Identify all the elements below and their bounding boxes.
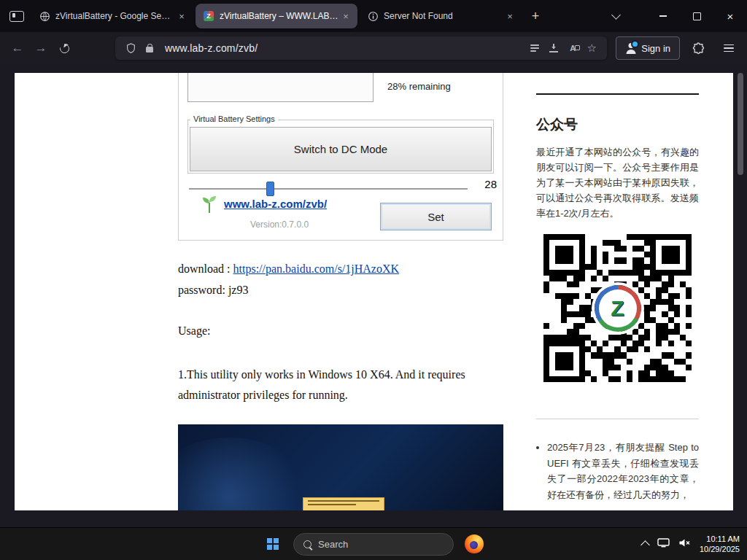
password-line: password: jz93 (178, 284, 248, 297)
tray-overflow-chevron-icon[interactable] (640, 540, 650, 550)
screenshot-slider-track (189, 188, 468, 190)
sidebar-news-list: 2025年7月23，有朋友提醒 Step to UEFI 有文章丢失，仔细检查发… (536, 440, 699, 502)
app-screenshot: 28% remaining Virtual Battery Settings S… (178, 73, 503, 241)
screenshot-site-link: www.lab-z.com/zvb/ (224, 198, 327, 210)
search-icon (303, 540, 311, 548)
tab-close-button[interactable]: × (503, 9, 517, 23)
shield-icon[interactable] (121, 39, 140, 58)
download-link[interactable]: https://pan.baidu.com/s/1jHAzoXK (233, 262, 400, 275)
tab-close-button[interactable]: × (338, 9, 353, 23)
minimize-button[interactable] (646, 0, 680, 32)
screenshot-slider-value: 28 (465, 178, 497, 190)
taskbar-search[interactable]: Search (293, 533, 454, 556)
maximize-button[interactable] (680, 0, 713, 32)
firefox-view-button[interactable] (4, 4, 29, 28)
star-icon: ☆ (587, 42, 597, 55)
scrollbar-thumb[interactable] (738, 73, 743, 175)
url-bar[interactable]: www.lab-z.com/zvb/ A ☆ (115, 36, 607, 60)
hamburger-icon (724, 44, 734, 52)
screenshot-set-button: Set (380, 203, 492, 230)
image-glow (178, 438, 309, 510)
refresh-icon (58, 42, 71, 55)
browser-window: zVirtualBattery - Google Search × Z zVir… (0, 0, 747, 560)
translate-icon: A (570, 44, 576, 52)
tab-strip: zVirtualBattery - Google Search × Z zVir… (0, 0, 747, 32)
close-icon: × (727, 11, 734, 22)
screenshot-switch-dc-button: Switch to DC Mode (190, 127, 492, 171)
usage-screenshot-image (178, 424, 503, 510)
account-icon (625, 43, 636, 54)
tab-server-not-found[interactable]: Server Not Found × (360, 4, 522, 28)
notification-dot (631, 40, 639, 48)
sprout-icon (201, 194, 218, 217)
list-all-tabs-button[interactable] (604, 4, 627, 28)
screenshot-remaining-text: 28% remaining (387, 81, 451, 92)
tab-title: zVirtualBattery – WWW.LAB-Z.C (220, 11, 338, 21)
qr-code-image: Z (536, 226, 699, 390)
taskbar-clock[interactable]: 10:11 AM 10/29/2025 (700, 534, 740, 554)
url-text: www.lab-z.com/zvb/ (165, 42, 258, 54)
tab-lab-z-active[interactable]: Z zVirtualBattery – WWW.LAB-Z.C × (196, 4, 357, 28)
save-page-icon (549, 44, 558, 52)
search-placeholder: Search (318, 539, 348, 550)
lab-z-logo: Z (595, 285, 641, 332)
lock-icon[interactable] (140, 39, 159, 58)
sidebar-divider (536, 419, 699, 419)
save-page-button[interactable] (544, 39, 563, 58)
volume-muted-tray-icon[interactable] (678, 537, 691, 551)
screenshot-groupbox: Virtual Battery Settings Switch to DC Mo… (187, 120, 494, 174)
uac-dialog-thumbnail (303, 497, 384, 510)
tab-google-search[interactable]: zVirtualBattery - Google Search × (31, 4, 193, 28)
navigation-toolbar: ← → www.lab-z.com/zvb/ A ☆ Sign in (0, 32, 747, 64)
back-button[interactable]: ← (6, 36, 29, 60)
firefox-taskbar-button[interactable] (461, 531, 487, 557)
reader-mode-button[interactable] (525, 39, 544, 58)
sign-in-button[interactable]: Sign in (616, 36, 680, 60)
windows-logo-icon (267, 538, 279, 550)
web-page: 28% remaining Virtual Battery Settings S… (15, 73, 733, 510)
screenshot-version-text: Version:0.7.0.0 (250, 219, 309, 230)
sidebar-heading: 公众号 (536, 115, 578, 134)
lab-z-favicon: Z (203, 10, 214, 22)
chevron-down-icon (611, 10, 621, 20)
close-button[interactable]: × (713, 0, 747, 32)
firefox-icon (465, 534, 484, 553)
tab-title: zVirtualBattery - Google Search (55, 11, 174, 21)
download-label: download : (178, 262, 233, 275)
usage-item: 1.This utility only works in Windows 10 … (178, 365, 508, 405)
clock-time: 10:11 AM (700, 534, 740, 544)
display-tray-icon[interactable] (657, 537, 670, 551)
sign-in-label: Sign in (641, 43, 670, 54)
start-button[interactable] (260, 531, 286, 557)
screenshot-battery-gauge (187, 73, 374, 102)
bookmark-star-button[interactable]: ☆ (582, 39, 601, 58)
page-viewport: 28% remaining Virtual Battery Settings S… (0, 64, 747, 527)
menu-button[interactable] (716, 36, 741, 61)
refresh-button[interactable] (53, 36, 76, 60)
news-item: 2025年7月23，有朋友提醒 Step to UEFI 有文章丢失，仔细检查发… (547, 440, 699, 502)
firefox-view-icon (9, 11, 24, 22)
forward-button[interactable]: → (29, 36, 53, 60)
info-icon (367, 10, 379, 22)
maximize-icon (693, 12, 701, 20)
minimize-icon (659, 15, 667, 17)
extensions-button[interactable] (686, 36, 711, 61)
screenshot-slider-thumb (266, 182, 274, 196)
sidebar-divider (536, 93, 699, 95)
new-tab-button[interactable]: + (525, 5, 546, 27)
screenshot-group-label: Virtual Battery Settings (190, 114, 278, 123)
extensions-icon (692, 42, 705, 55)
tab-close-button[interactable]: × (174, 9, 189, 23)
taskbar-center: Search (260, 531, 487, 557)
translate-button[interactable]: A (563, 39, 582, 58)
tab-title: Server Not Found (384, 11, 503, 21)
reader-mode-icon (530, 44, 539, 52)
usage-heading: Usage: (178, 324, 210, 338)
windows-taskbar: Search 10:11 AM 10/29/2025 (0, 527, 747, 560)
sidebar-intro-text: 最近开通了本网站的公众号，有兴趣的朋友可以订阅一下。公众号主要作用是为了某一天本… (536, 144, 699, 221)
clock-date: 10/29/2025 (700, 544, 740, 554)
globe-icon (39, 10, 50, 22)
system-tray: 10:11 AM 10/29/2025 (642, 534, 740, 554)
download-line: download : https://pan.baidu.com/s/1jHAz… (178, 262, 399, 276)
